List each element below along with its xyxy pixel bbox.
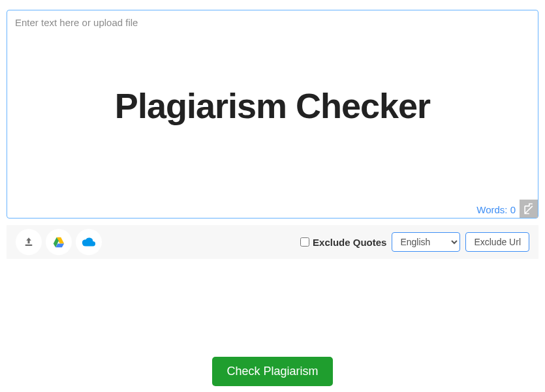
google-drive-button[interactable] bbox=[46, 229, 72, 255]
text-input[interactable] bbox=[7, 10, 538, 205]
clear-text-icon bbox=[522, 202, 535, 215]
text-input-area: Plagiarism Checker Words: 0 bbox=[7, 10, 538, 219]
upload-file-button[interactable] bbox=[16, 229, 42, 255]
toolbar: Exclude Quotes English Exclude Url bbox=[7, 225, 538, 259]
word-count-value: 0 bbox=[510, 204, 516, 215]
exclude-url-button[interactable]: Exclude Url bbox=[465, 232, 529, 252]
google-drive-icon bbox=[52, 236, 65, 248]
check-plagiarism-button[interactable]: Check Plagiarism bbox=[212, 357, 332, 386]
upload-icon bbox=[23, 236, 35, 248]
onedrive-button[interactable] bbox=[76, 229, 102, 255]
language-select[interactable]: English bbox=[392, 232, 460, 252]
exclude-quotes-label[interactable]: Exclude Quotes bbox=[313, 237, 386, 248]
clear-text-button[interactable] bbox=[520, 200, 538, 218]
exclude-quotes-checkbox[interactable] bbox=[300, 237, 309, 247]
word-count-label: Words: bbox=[476, 204, 510, 215]
word-count: Words: 0 bbox=[476, 204, 516, 215]
exclude-quotes-wrap: Exclude Quotes bbox=[300, 237, 386, 248]
submit-area: Check Plagiarism bbox=[0, 357, 545, 386]
svg-rect-0 bbox=[25, 245, 33, 246]
cloud-icon bbox=[82, 237, 96, 247]
